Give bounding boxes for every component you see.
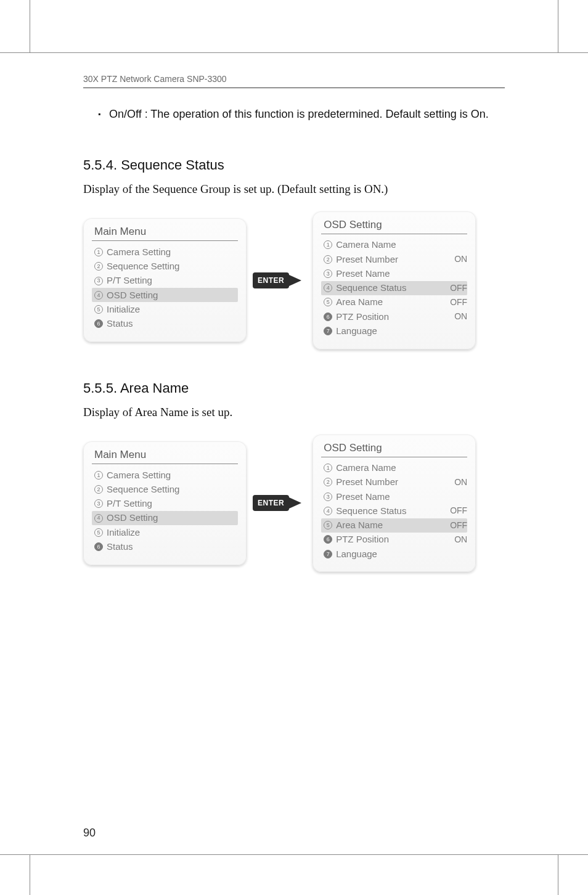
main-menu-title: Main Menu <box>92 224 238 241</box>
item-value: ON <box>451 534 467 546</box>
menu-item: 2Preset NumberON <box>321 252 467 266</box>
item-label: Language <box>336 325 467 337</box>
menu-item: 6Status <box>92 539 238 554</box>
menu-item: 7Language <box>321 547 467 561</box>
item-number-icon: 1 <box>324 464 332 472</box>
item-label: Language <box>336 548 467 560</box>
enter-badge: ENTER <box>253 272 289 288</box>
desc-555: Display of Area Name is set up. <box>83 406 505 419</box>
desc-554: Display of the Sequence Group is set up.… <box>83 182 505 196</box>
item-number-icon: 5 <box>324 521 332 529</box>
menu-item: 2Sequence Setting <box>92 482 238 496</box>
item-number-icon: 5 <box>94 305 103 314</box>
menu-item: 6PTZ PositionON <box>321 309 467 324</box>
item-label: Camera Name <box>336 462 467 474</box>
item-value: ON <box>451 311 467 322</box>
item-label: Camera Name <box>336 239 467 251</box>
menu-item: 2Sequence Setting <box>92 260 238 274</box>
menu-item: 6PTZ PositionON <box>321 533 467 547</box>
osd-setting-panel-area: OSD Setting 1Camera Name2Preset NumberON… <box>312 435 476 573</box>
item-label: Camera Setting <box>107 469 238 481</box>
osd-setting-panel-seq: OSD Setting 1Camera Name2Preset NumberON… <box>312 211 476 349</box>
item-label: P/T Setting <box>107 497 238 510</box>
osd-title-seq: OSD Setting <box>321 218 467 234</box>
item-value: OFF <box>446 505 467 517</box>
svg-marker-0 <box>288 274 301 287</box>
item-number-icon: 4 <box>94 291 103 300</box>
menu-item: 1Camera Setting <box>92 245 238 259</box>
main-menu-title-2: Main Menu <box>92 448 238 464</box>
enter-badge-2: ENTER <box>253 495 289 511</box>
item-value: OFF <box>446 520 467 531</box>
svg-marker-1 <box>288 497 301 509</box>
item-value: ON <box>451 476 467 488</box>
menu-item: 5Initialize <box>92 302 238 316</box>
figure-area-name: Main Menu 1Camera Setting2Sequence Setti… <box>83 435 505 573</box>
menu-item: 5Initialize <box>92 525 238 539</box>
item-label: Sequence Setting <box>107 260 238 272</box>
item-number-icon: 4 <box>324 507 332 515</box>
item-number-icon: 1 <box>324 240 332 249</box>
item-value: ON <box>451 253 467 265</box>
item-label: Area Name <box>336 519 446 531</box>
item-number-icon: 6 <box>94 319 103 328</box>
menu-item: 3P/T Setting <box>92 497 238 511</box>
running-header: 30X PTZ Network Camera SNP-3300 <box>83 74 505 88</box>
item-label: P/T Setting <box>107 274 238 287</box>
item-number-icon: 2 <box>324 255 332 264</box>
heading-554: 5.5.4. Sequence Status <box>83 157 505 173</box>
item-label: Camera Setting <box>107 246 238 258</box>
bullet-text: On/Off : The operation of this function … <box>109 108 489 120</box>
heading-555: 5.5.5. Area Name <box>83 380 505 396</box>
item-label: Initialize <box>107 526 238 539</box>
item-label: OSD Setting <box>107 512 238 524</box>
item-label: Preset Name <box>336 491 467 503</box>
menu-item: 1Camera Name <box>321 461 467 475</box>
item-number-icon: 6 <box>324 313 332 321</box>
item-number-icon: 3 <box>324 492 332 501</box>
item-number-icon: 7 <box>324 550 332 558</box>
item-number-icon: 1 <box>94 471 103 480</box>
item-label: Sequence Setting <box>107 483 238 496</box>
menu-item: 4Sequence StatusOFF <box>321 281 467 295</box>
item-label: Sequence Status <box>336 282 446 294</box>
menu-item: 7Language <box>321 324 467 338</box>
menu-item: 1Camera Setting <box>92 468 238 482</box>
item-number-icon: 3 <box>324 269 332 278</box>
menu-item: 4OSD Setting <box>92 288 238 302</box>
item-number-icon: 6 <box>324 535 332 544</box>
figure-sequence-status: Main Menu 1Camera Setting2Sequence Setti… <box>83 211 505 349</box>
arrow-right-icon <box>288 271 306 290</box>
menu-item: 3Preset Name <box>321 266 467 280</box>
arrow-right-icon <box>288 494 306 512</box>
item-label: Preset Number <box>336 253 451 266</box>
item-number-icon: 5 <box>324 298 332 306</box>
item-number-icon: 3 <box>94 277 103 285</box>
item-number-icon: 5 <box>94 528 103 537</box>
item-label: Area Name <box>336 296 446 308</box>
menu-item: 4OSD Setting <box>92 511 238 525</box>
main-menu-panel-2: Main Menu 1Camera Setting2Sequence Setti… <box>83 441 247 565</box>
item-label: Sequence Status <box>336 505 446 517</box>
menu-item: 4Sequence StatusOFF <box>321 504 467 518</box>
item-number-icon: 4 <box>324 284 332 292</box>
bullet-onoff: ▪On/Off : The operation of this function… <box>83 105 505 123</box>
enter-arrow: ENTER <box>253 271 306 290</box>
page-number: 90 <box>83 827 96 840</box>
menu-item: 3P/T Setting <box>92 274 238 288</box>
item-label: Status <box>107 541 238 553</box>
item-value: OFF <box>446 296 467 308</box>
item-label: OSD Setting <box>107 289 238 301</box>
enter-arrow-2: ENTER <box>253 494 306 512</box>
item-label: Status <box>107 317 238 330</box>
page-content: 30X PTZ Network Camera SNP-3300 ▪On/Off … <box>83 74 505 840</box>
menu-item: 5Area NameOFF <box>321 518 467 533</box>
item-label: Preset Number <box>336 476 451 488</box>
item-number-icon: 4 <box>94 514 103 523</box>
item-number-icon: 6 <box>94 542 103 551</box>
item-label: Preset Name <box>336 268 467 280</box>
item-number-icon: 2 <box>94 485 103 494</box>
item-label: PTZ Position <box>336 533 451 546</box>
menu-item: 6Status <box>92 317 238 331</box>
bullet-icon: ▪ <box>98 108 109 120</box>
